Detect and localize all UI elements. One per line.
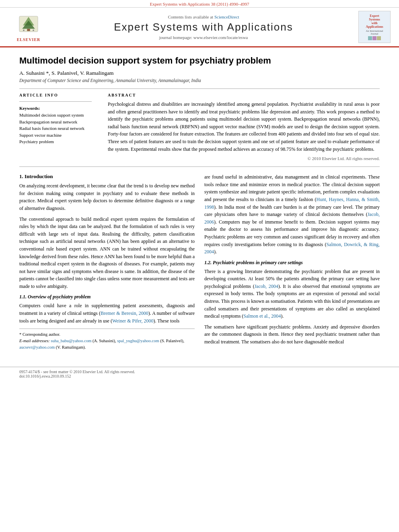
body-section: 1. Introduction On analyzing recent deve…: [19, 173, 380, 350]
intro-heading: 1. Introduction: [19, 173, 195, 180]
top-bar: Expert Systems with Applications 38 (201…: [0, 0, 399, 8]
svg-rect-3: [27, 29, 30, 31]
two-column-layout: 1. Introduction On analyzing recent deve…: [19, 173, 380, 350]
keywords-list: Multimodel decision support system Backp…: [19, 112, 92, 145]
authors: A. Suhasini *, S. Palanivel, V. Ramaling…: [19, 70, 380, 76]
subsection1-heading: 1.1. Overview of psychiatry problem: [19, 294, 195, 300]
elsevier-wordmark: ELSEVIER: [17, 37, 41, 42]
sciencedirect-link[interactable]: ScienceDirect: [214, 14, 239, 19]
left-column: 1. Introduction On analyzing recent deve…: [19, 173, 195, 350]
email-suhasini: suha_babu@yahoo.com: [51, 339, 91, 343]
right-para2: There is a growing literature demonstrat…: [204, 268, 380, 320]
bottom-bar: 0957-4174/$ - see front matter © 2010 El…: [0, 367, 399, 381]
ref-salmon2004: Salmon, Dowrick, & Ring, 2004: [204, 242, 380, 255]
svg-point-5: [33, 29, 34, 31]
elsevier-tree-icon: [14, 12, 43, 37]
footnote-email: E-mail addresses: suha_babu@yahoo.com (A…: [19, 338, 195, 351]
keyword-4: Support vector machine: [19, 132, 92, 139]
journal-thumbnail-area: ExpertSystemswithApplications An Interna…: [356, 11, 393, 43]
copyright: © 2010 Elsevier Ltd. All rights reserved…: [108, 156, 380, 161]
journal-citation: Expert Systems with Applications 38 (201…: [150, 2, 249, 6]
ref-jacob2006: Jacob, 2006: [204, 212, 380, 225]
journal-title-area: Contents lists available at ScienceDirec…: [51, 14, 356, 40]
journal-homepage: journal homepage: www.elsevier.com/locat…: [51, 35, 356, 40]
divider-2: [19, 166, 380, 167]
intro-para2: The conventional approach to build medic…: [19, 216, 195, 290]
footnote-corresponding: * Corresponding author.: [19, 331, 195, 338]
abstract-panel: ABSTRACT Psychological distress and disa…: [108, 93, 380, 161]
paper-title: Multimodel decision support system for p…: [19, 55, 380, 66]
affiliation: Department of Computer Science and Engin…: [19, 78, 380, 83]
elsevier-logo-area: ELSEVIER: [6, 12, 51, 42]
journal-header: ELSEVIER Contents lists available at Sci…: [0, 8, 399, 47]
keyword-1: Multimodel decision support system: [19, 112, 92, 119]
article-meta: ARTICLE INFO Keywords: Multimodel decisi…: [19, 93, 380, 161]
divider-1: [19, 88, 380, 89]
right-column: are found useful in administrative, data…: [204, 173, 380, 350]
right-para3: The somatisers have significant psychiat…: [204, 323, 380, 346]
email-palanivel: spal_yughu@yahoo.com: [117, 339, 159, 343]
main-content: Multimodel decision support system for p…: [0, 47, 399, 359]
article-info-panel: ARTICLE INFO Keywords: Multimodel decisi…: [19, 93, 92, 161]
divider-keywords: [19, 101, 92, 102]
subsection1-para: Computers could have a role in supplemen…: [19, 302, 195, 325]
contents-line: Contents lists available at ScienceDirec…: [51, 14, 356, 19]
keyword-5: Psychiatry problem: [19, 138, 92, 145]
abstract-heading: ABSTRACT: [108, 93, 380, 97]
footnote-section: * Corresponding author. E-mail addresses…: [19, 329, 195, 350]
ref-jacob2004: Jacob, 2004: [255, 283, 278, 289]
bottom-line1: 0957-4174/$ - see front matter © 2010 El…: [19, 370, 380, 374]
bottom-line2: doi:10.1016/j.eswa.2010.09.152: [19, 374, 380, 378]
ref-bremer: Bremer & Beresin, 2000: [101, 310, 148, 316]
keywords-label: Keywords:: [19, 106, 92, 111]
journal-title: Expert Systems with Applications: [51, 21, 356, 33]
ref-weiner: Weiner & Pifer, 2000: [112, 318, 154, 324]
keyword-2: Backpropagation neural network: [19, 119, 92, 125]
svg-point-4: [23, 29, 25, 31]
email-ramalingam: aucsevr@yahoo.com: [19, 345, 55, 349]
article-info-heading: ARTICLE INFO: [19, 93, 92, 97]
ref-hunt: Hunt, Haynes, Hanna, & Smith, 1998: [204, 197, 380, 210]
subsection2-heading: 1.2. Psychiatric problems in primary car…: [204, 260, 380, 266]
elsevier-logo: ELSEVIER: [14, 12, 43, 42]
journal-thumbnail: ExpertSystemswithApplications An Interna…: [358, 11, 391, 43]
abstract-text: Psychological distress and disabilities …: [108, 101, 380, 153]
keyword-3: Radial basis function neural network: [19, 125, 92, 132]
intro-para1: On analyzing recent development, it beco…: [19, 182, 195, 212]
ref-salmon2: Salmon et al., 2004: [243, 313, 281, 319]
right-para1: are found useful in administrative, data…: [204, 173, 380, 256]
